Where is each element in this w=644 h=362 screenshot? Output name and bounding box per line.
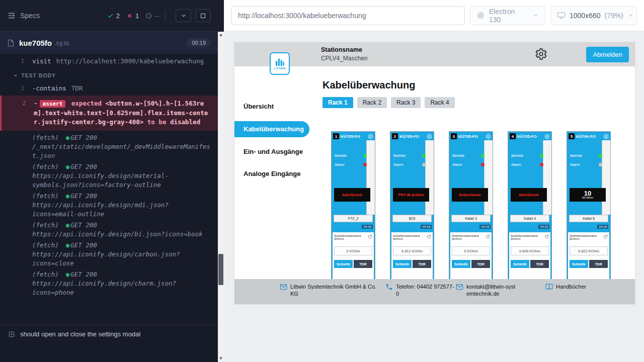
cable-name: Kabel 5 <box>569 215 608 222</box>
viewport-select[interactable]: 1000x660 (79%) <box>550 6 637 25</box>
station-info: Stationsname CPLV4_Maschen <box>321 46 368 62</box>
status-display: Aderbruch <box>334 188 370 202</box>
chevron-down-icon <box>180 12 187 19</box>
spec-header[interactable]: kue705fo .cy.ts 00:19 <box>0 32 218 54</box>
schleife-button[interactable]: Schleife <box>570 260 588 268</box>
status-display: PST-M prüfen <box>393 188 429 202</box>
collapsed-test-row[interactable]: should open and close the settings modal <box>0 325 218 343</box>
x-icon <box>126 13 133 19</box>
settings-gear-icon[interactable] <box>535 48 547 60</box>
schleife-button[interactable]: Schleife <box>334 260 353 268</box>
refresh-icon[interactable] <box>368 234 372 239</box>
tdr-button[interactable]: TDR <box>471 260 490 268</box>
alarm-led <box>363 163 367 166</box>
app-sidebar: Übersicht Kabelüberwachung Ein- und Ausg… <box>234 66 312 279</box>
test-icon <box>8 331 15 338</box>
phone-link[interactable]: Telefon: 04402 972577-0 <box>385 284 456 298</box>
chevron-down-icon <box>13 73 18 78</box>
scrollbar-thumb[interactable] <box>218 254 223 285</box>
tab-rack-2[interactable]: Rack 2 <box>357 97 387 108</box>
device-card-4: 4 KÜ705-FO Betrieb Alarm Aderbruch Kabel… <box>508 131 552 279</box>
scroll-down-arrow[interactable]: ▼ <box>218 355 224 362</box>
status-display: 10 ISO MOhm <box>570 188 606 202</box>
refresh-icon[interactable] <box>486 234 490 239</box>
status-ok-dot: ● <box>66 270 70 278</box>
sidebar-item-ein-und-ausgaenge[interactable]: Ein- und Ausgänge <box>234 144 312 159</box>
contains-command: -contains <box>32 84 66 92</box>
status-ok-dot: ● <box>66 134 70 141</box>
skyline-icon <box>275 58 285 66</box>
logout-button[interactable]: Abmelden <box>586 47 629 62</box>
fetch-log-row[interactable]: (fetch)●GET 200 https://api.iconify.desi… <box>0 161 218 191</box>
device-settings-icon[interactable] <box>427 134 432 139</box>
email-link[interactable]: kontakt@littwin-systemtechnik.de <box>456 284 545 298</box>
header-divider <box>165 11 166 21</box>
fetch-log-row[interactable]: (fetch)●GET 200 https://api.iconify.desi… <box>0 191 218 220</box>
fetch-log-row[interactable]: (fetch)●GET 200 /_next/static/developmen… <box>0 132 218 161</box>
refresh-icon[interactable] <box>544 234 549 239</box>
fetch-log-row[interactable]: (fetch)●GET 200 https://api.iconify.desi… <box>0 240 218 269</box>
device-number: 1 <box>333 133 339 139</box>
chevron-down-icon <box>532 12 539 19</box>
visit-command-row[interactable]: 1 visithttp://localhost:3000/kabelueberw… <box>0 56 218 67</box>
tab-rack-3[interactable]: Rack 3 <box>391 97 421 108</box>
device-number: 3 <box>451 133 457 139</box>
tdr-button[interactable]: TDR <box>530 260 549 268</box>
device-settings-icon[interactable] <box>368 134 373 139</box>
schleife-button[interactable]: Schleife <box>452 260 470 268</box>
device-model: KÜ705-FO <box>517 134 537 139</box>
tab-rack-1[interactable]: Rack 1 <box>323 97 353 108</box>
phone-icon <box>385 283 393 291</box>
fetch-log-row[interactable]: (fetch)●GET 200 https://api.iconify.desi… <box>0 269 218 298</box>
cable-name: B23 <box>392 215 432 222</box>
device-settings-icon[interactable] <box>544 134 550 139</box>
scroll-up-arrow[interactable]: ▲ <box>218 32 224 38</box>
device-card-5: 5 KÜ706-FO Betrieb Alarm 10 ISO MOhm <box>567 131 611 279</box>
device-settings-icon[interactable] <box>486 134 491 139</box>
sidebar-item-analoge-eingaenge[interactable]: Analoge Eingänge <box>234 166 312 182</box>
sidebar-item-uebersicht[interactable]: Übersicht <box>234 99 312 114</box>
screen: Specs 2 1 -- <box>0 0 644 362</box>
scrollbar-track[interactable]: ▲ ▼ <box>218 32 224 362</box>
scroll-to-bottom-button[interactable] <box>176 9 191 22</box>
failed-assert-row[interactable]: 2 -assert expected <button.w-[50%].h-[1.… <box>0 96 218 131</box>
betrieb-led <box>599 154 602 157</box>
fetch-log-row[interactable]: (fetch)●GET 200 https://api.iconify.desi… <box>0 220 218 240</box>
app-body: Übersicht Kabelüberwachung Ein- und Ausg… <box>234 66 635 279</box>
tdr-button[interactable]: TDR <box>589 260 608 268</box>
device-number: 5 <box>569 133 575 139</box>
firmware-version: V4.19 <box>538 225 549 229</box>
visit-command: visit <box>32 57 51 65</box>
device-settings-icon[interactable] <box>603 134 609 139</box>
led-strip <box>484 140 493 215</box>
device-model: KÜ705-FO <box>458 134 478 139</box>
resistance-value: 0.645 KOhm <box>511 246 549 255</box>
tdr-button[interactable]: TDR <box>354 260 372 268</box>
test-body-section[interactable]: TEST BODY <box>0 67 218 83</box>
sidebar-item-kabelueberwachung[interactable]: Kabelüberwachung <box>234 121 309 137</box>
company-info: Littwin Systemtechnik GmbH & Co. KG <box>280 284 385 298</box>
refresh-icon[interactable] <box>603 234 608 239</box>
resistance-value: 0.812 KOhm <box>393 246 431 255</box>
viewport-icon <box>557 11 566 20</box>
contains-command-row[interactable]: 1 -containsTDR <box>0 83 218 94</box>
spec-extension: .cy.ts <box>54 39 69 47</box>
aut-stage: LITTWIN Stationsname CPLV4_Maschen Abmel… <box>224 31 644 362</box>
browser-toolbar: http://localhost:3000/kabelueberwachung … <box>224 0 644 31</box>
device-model: KÜ706-FO <box>576 134 596 139</box>
betrieb-led <box>540 154 543 157</box>
refresh-icon[interactable] <box>427 234 431 239</box>
app-footer: Littwin Systemtechnik GmbH & Co. KG Tele… <box>234 279 635 304</box>
tab-rack-4[interactable]: Rack 4 <box>425 97 454 108</box>
led-strip <box>366 140 375 215</box>
tdr-button[interactable]: TDR <box>413 260 431 268</box>
browser-select[interactable]: Electron 130 <box>470 6 545 25</box>
schleife-button[interactable]: Schleife <box>511 260 529 268</box>
url-input[interactable]: http://localhost:3000/kabelueberwachung <box>231 6 465 25</box>
measurement-panel: Schleifenwiderstand [kOhm] 0.645 KOhm Sc… <box>509 232 550 279</box>
app-under-test: LITTWIN Stationsname CPLV4_Maschen Abmel… <box>234 42 635 304</box>
manuals-link[interactable]: Handbücher <box>545 284 586 291</box>
specs-back-link[interactable]: Specs <box>7 11 40 20</box>
stop-button[interactable] <box>195 9 211 22</box>
schleife-button[interactable]: Schleife <box>393 260 412 268</box>
